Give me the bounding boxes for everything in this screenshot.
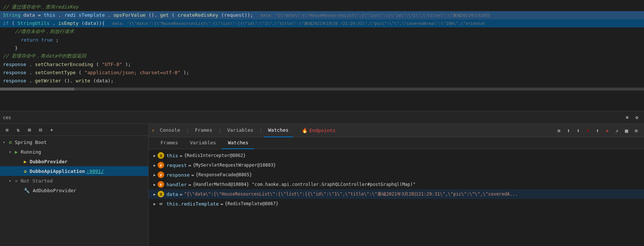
endpoints-text: Endpoints (309, 128, 335, 133)
var-row-data[interactable]: ▶ ≡ data = "{\"data\":{\"HouseResourcesL… (149, 189, 644, 199)
tree-label-spring-boot: Spring Boot (15, 140, 47, 145)
var-row-redis-template[interactable]: ▶ ∞ this.redisTemplate = {RedisTemplate@… (149, 199, 644, 209)
tab-console[interactable]: Console (155, 124, 185, 137)
tree-label-not-started: Not Started (21, 178, 53, 184)
code-lines: // 通过缓存命中，查询redisKey String data = this … (0, 0, 644, 88)
code-line-7: // 若缓存命中，将data中的数据返回 (0, 52, 644, 60)
menu-btn[interactable]: ≡ (554, 126, 564, 135)
bottom-header: ces ⊕ ⚙ (0, 111, 644, 124)
left-panel: ≡ ⇅ ⊞ ⊟ + ▾ ⚙ Spring Boot ▾ ▶ Running (0, 124, 149, 246)
tree-arrow-not-started: ▾ (9, 179, 15, 183)
tree-item-ad-dubbo-provider[interactable]: ▶ 🔧 AdDubboProvider (0, 186, 148, 195)
var-value-data: "{\"data\":{\"HouseResourcesList\":{\"li… (184, 191, 518, 197)
var-name-request: request (166, 163, 187, 168)
spring-icon: ⚙ (9, 140, 12, 145)
code-line-6: } (0, 44, 644, 52)
flame-icon: 🔥 (302, 128, 308, 133)
settings-icon[interactable]: ⚙ (633, 114, 641, 122)
code-line-3: if ( StringUtils . isEmpty (data)){ data… (0, 19, 644, 27)
expand-handler[interactable]: ▶ (152, 183, 158, 187)
tab-variables[interactable]: Variables (223, 124, 258, 137)
var-row-this[interactable]: ▶ ≡ this = {RedisInterceptor@8862} (149, 151, 644, 160)
tree-arrow-running: ▾ (9, 150, 15, 154)
expand-response[interactable]: ▶ (152, 173, 158, 177)
icon-redis-template: ∞ (158, 200, 164, 207)
main-content: ≡ ⇅ ⊞ ⊟ + ▾ ⚙ Spring Boot ▾ ▶ Running (0, 124, 644, 246)
var-value-response: {ResponseFacade@8865} (195, 172, 252, 177)
icon-data: ≡ (158, 191, 164, 197)
add-icon[interactable]: ⊕ (623, 114, 631, 122)
tree-item-not-started[interactable]: ▾ ✕ Not Started (0, 176, 148, 186)
resume-btn[interactable]: ⬆ (564, 126, 573, 135)
editor-area: // 通过缓存命中，查询redisKey String data = this … (0, 0, 644, 111)
add-config-button[interactable]: + (48, 126, 56, 134)
expand-request[interactable]: ▶ (152, 163, 158, 167)
debug-toolbar: ⚡ Console | Frames | Variables | Watches… (149, 124, 644, 137)
sub-tab-variables[interactable]: Variables (184, 137, 222, 149)
right-panel: ⚡ Console | Frames | Variables | Watches… (149, 124, 644, 246)
code-line-4: //缓存未命中，则放行请求 (0, 27, 644, 36)
tree-button[interactable]: ⊞ (25, 126, 33, 134)
icon-handler: p (158, 181, 164, 188)
code-line-8: response . setCharacterEncoding ( "UTF-8… (0, 60, 644, 68)
filter-button[interactable]: ≡ (3, 126, 11, 134)
icon-request: p (158, 162, 164, 168)
expand-this[interactable]: ▶ (152, 154, 158, 158)
var-name-data: data (166, 191, 178, 197)
left-toolbar: ≡ ⇅ ⊞ ⊟ + (0, 124, 148, 136)
code-line-2: String data = this . redi sTemplate . op… (0, 11, 644, 19)
editor-scrollbar-thumb[interactable] (0, 88, 74, 91)
tab-watches[interactable]: Watches (264, 124, 293, 137)
endpoints-label: 🔥 Endpoints (299, 128, 338, 133)
var-name-response: response (166, 172, 190, 178)
bottom-panel: ces ⊕ ⚙ ≡ ⇅ ⊞ ⊟ + ▾ ⚙ Spring Boot (0, 111, 644, 246)
tree-item-spring-boot[interactable]: ▾ ⚙ Spring Boot (0, 137, 148, 147)
sub-tab-frames[interactable]: Frames (155, 137, 184, 149)
not-started-icon: ✕ (15, 178, 18, 184)
tree-label-dubbo-api: DubboApiApplication (30, 168, 85, 174)
console-icon: ⚡ (152, 128, 155, 133)
var-name-this: this (166, 153, 178, 158)
var-value-redis-template: {RedisTemplate@8867} (225, 201, 279, 206)
code-line-9: response . setContentType ( "application… (0, 68, 644, 76)
expand-data[interactable]: ▶ (152, 192, 158, 196)
stop-btn[interactable]: ✕ (602, 126, 612, 135)
sub-tab-watches[interactable]: Watches (222, 137, 254, 149)
mute-btn[interactable]: ↗ (612, 126, 622, 135)
step-over-btn[interactable]: ⬇ (573, 126, 583, 135)
panel-title-ces: ces (3, 115, 11, 120)
var-value-handler: {HandlerMethod@10804} "com.haoke.api.con… (193, 182, 416, 187)
comment-1: // 通过缓存命中，查询redisKey (3, 4, 78, 10)
tree-label-ad-dubbo-provider: AdDubboProvider (33, 188, 76, 193)
expand-button[interactable]: ⇅ (14, 126, 22, 134)
tree-label-dubbo-provider: DubboProvider (30, 159, 68, 164)
icon-response: p (158, 171, 164, 178)
variables-list: ▶ ≡ this = {RedisInterceptor@8862} ▶ p r… (149, 149, 644, 246)
funnel-button[interactable]: ⊟ (36, 126, 45, 134)
editor-scrollbar[interactable] (0, 88, 644, 91)
tree-item-dubbo-provider[interactable]: ▶ ▶ DubboProvider (0, 157, 148, 166)
step-into-btn[interactable]: ⬇ (583, 126, 593, 135)
var-row-response[interactable]: ▶ p response = {ResponseFacade@8865} (149, 170, 644, 180)
var-row-handler[interactable]: ▶ p handler = {HandlerMethod@10804} "com… (149, 180, 644, 189)
icon-this: ≡ (158, 152, 164, 159)
expand-redis-template[interactable]: ▶ (152, 202, 158, 206)
var-name-redis-template: this.redisTemplate (166, 201, 219, 207)
var-value-request: {MyServletRequestWrapper@10803} (193, 163, 276, 168)
step-out-btn[interactable]: ⬆ (593, 126, 602, 135)
tree-label-running: Running (21, 149, 41, 155)
var-name-handler: handler (166, 182, 187, 187)
tab-frames[interactable]: Frames (190, 124, 217, 137)
more-btn[interactable]: ≡ (631, 126, 641, 135)
sub-tabs: Frames Variables Watches (149, 137, 644, 149)
port-link[interactable]: :9091/ (87, 168, 104, 174)
var-value-this: {RedisInterceptor@8862} (184, 153, 246, 158)
evaluate-btn[interactable]: ▦ (622, 126, 631, 135)
var-row-request[interactable]: ▶ p request = {MyServletRequestWrapper@1… (149, 160, 644, 170)
tree-arrow-spring: ▾ (3, 140, 9, 144)
code-line-1: // 通过缓存命中，查询redisKey (0, 3, 644, 11)
tree-item-running[interactable]: ▾ ▶ Running (0, 147, 148, 157)
code-line-5: return true ; (0, 36, 644, 44)
dubbo-api-icon: ✿ (24, 168, 27, 174)
tree-item-dubbo-api[interactable]: ▶ ✿ DubboApiApplication :9091/ (0, 166, 148, 176)
